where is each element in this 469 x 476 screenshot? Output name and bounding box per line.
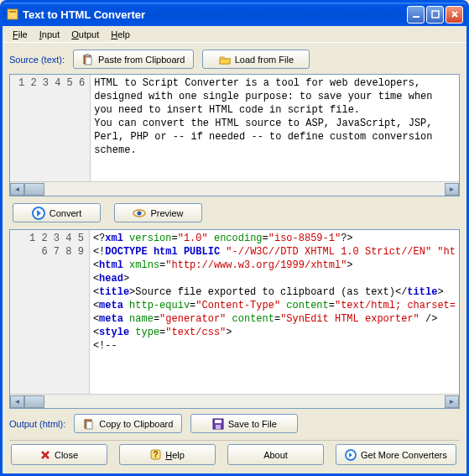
menu-input[interactable]: Input [34, 28, 65, 41]
menubar: File Input Output Help [3, 26, 466, 43]
load-file-button[interactable]: Load from File [202, 50, 310, 69]
output-label: Output (html): [9, 419, 65, 429]
scroll-left-icon[interactable]: ◄ [10, 395, 24, 408]
output-text[interactable]: <?xml version="1.0" encoding="iso-8859-1… [90, 230, 459, 394]
svg-rect-0 [8, 9, 18, 19]
arrow-right-circle-icon [345, 449, 357, 461]
convert-label: Convert [50, 208, 82, 218]
eye-icon [133, 208, 146, 218]
scroll-thumb[interactable] [24, 395, 44, 408]
paste-clipboard-button[interactable]: Paste from Clipboard [73, 50, 194, 69]
source-toolbar: Source (text): Paste from Clipboard Load… [9, 50, 460, 69]
clipboard-icon [82, 54, 94, 65]
floppy-disk-icon [212, 418, 224, 430]
convert-button[interactable]: Convert [13, 203, 101, 222]
output-editor[interactable]: 1 2 3 4 5 6 7 8 9 <?xml version="1.0" en… [9, 229, 460, 409]
svg-point-9 [138, 211, 142, 215]
load-label: Load from File [235, 55, 294, 65]
preview-button[interactable]: Preview [114, 203, 202, 222]
minimize-button[interactable] [407, 6, 425, 24]
menu-help[interactable]: Help [106, 28, 135, 41]
svg-rect-1 [9, 11, 16, 13]
about-button[interactable]: About [227, 444, 324, 465]
scroll-left-icon[interactable]: ◄ [10, 183, 24, 196]
output-gutter: 1 2 3 4 5 6 7 8 9 [10, 230, 90, 394]
svg-rect-14 [216, 425, 221, 429]
svg-rect-11 [86, 421, 92, 429]
close-button[interactable] [446, 6, 463, 24]
preview-label: Preview [150, 208, 183, 218]
svg-rect-13 [215, 420, 221, 423]
scroll-right-icon[interactable]: ► [445, 395, 459, 408]
output-toolbar: Output (html): Copy to Clipboard Save to… [9, 414, 460, 433]
menu-output[interactable]: Output [66, 28, 104, 41]
source-hscrollbar[interactable]: ◄ ► [10, 181, 459, 196]
svg-rect-6 [86, 54, 89, 56]
copy-clipboard-button[interactable]: Copy to Clipboard [74, 414, 182, 433]
output-hscrollbar[interactable]: ◄ ► [10, 394, 459, 408]
window-title: Text to HTML Converter [23, 8, 407, 21]
app-window: Text to HTML Converter File Input Output… [0, 0, 469, 476]
svg-rect-5 [86, 57, 91, 65]
maximize-button[interactable] [426, 6, 444, 24]
app-icon [6, 8, 19, 21]
more-label: Get More Converters [361, 450, 447, 460]
titlebar[interactable]: Text to HTML Converter [3, 3, 466, 26]
client-area: Source (text): Paste from Clipboard Load… [3, 43, 466, 473]
scroll-thumb[interactable] [24, 183, 44, 196]
arrow-right-circle-icon [32, 207, 45, 220]
action-toolbar: Convert Preview [9, 201, 460, 224]
source-text[interactable]: HTML to Script Converter is a tool for w… [91, 75, 435, 181]
source-label: Source (text): [9, 55, 65, 65]
source-editor[interactable]: 1 2 3 4 5 6 HTML to Script Converter is … [9, 74, 460, 196]
svg-rect-2 [413, 16, 419, 18]
get-more-button[interactable]: Get More Converters [336, 444, 456, 465]
clipboard-copy-icon [83, 418, 95, 430]
copy-label: Copy to Clipboard [99, 419, 173, 429]
close-label: Close [55, 450, 78, 460]
about-label: About [263, 450, 288, 460]
svg-text:?: ? [154, 450, 159, 459]
folder-open-icon [219, 54, 231, 65]
save-file-button[interactable]: Save to File [190, 414, 298, 433]
svg-rect-3 [432, 11, 439, 18]
close-x-icon [40, 450, 50, 460]
close-app-button[interactable]: Close [11, 444, 107, 465]
help-label: Help [165, 450, 185, 460]
window-controls [407, 6, 463, 24]
menu-file[interactable]: File [8, 28, 33, 41]
scroll-right-icon[interactable]: ► [445, 183, 459, 196]
help-button[interactable]: ? Help [119, 444, 216, 465]
paste-label: Paste from Clipboard [98, 55, 185, 65]
help-icon: ? [150, 449, 161, 460]
save-label: Save to File [228, 419, 277, 429]
bottom-toolbar: Close ? Help About Get More Converters [9, 440, 460, 467]
source-gutter: 1 2 3 4 5 6 [10, 75, 91, 181]
